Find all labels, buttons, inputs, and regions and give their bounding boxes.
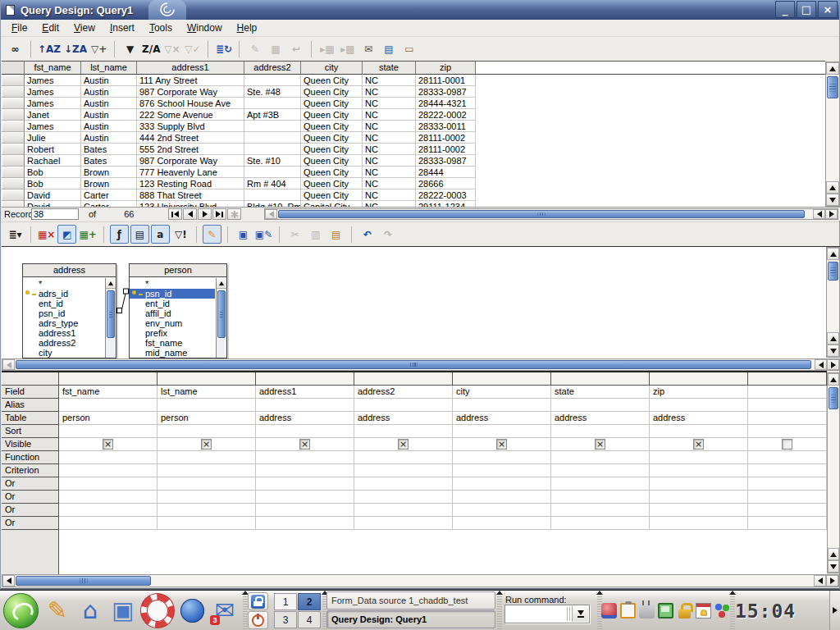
table-cell[interactable]: NC [363, 75, 416, 86]
column-header-zip[interactable]: zip [416, 62, 476, 75]
scroll-right-button[interactable] [827, 359, 839, 370]
table-cell[interactable]: Austin [81, 109, 137, 121]
table-cell[interactable]: 28333-0987 [416, 155, 476, 167]
design-cell[interactable]: lst_name [158, 386, 256, 399]
design-cell[interactable] [59, 451, 158, 464]
row-header[interactable] [2, 98, 25, 109]
scrollbar-thumb[interactable] [829, 387, 838, 409]
design-cell[interactable] [354, 517, 453, 530]
design-cell-visible[interactable]: × [453, 438, 551, 451]
design-cell[interactable]: zip [650, 386, 748, 399]
field-item[interactable]: ent_id [130, 299, 215, 308]
save-icon[interactable]: ▣ [234, 225, 253, 244]
terminal-launcher[interactable]: ▣ [107, 594, 139, 627]
add-table-icon[interactable]: ▦+ [78, 225, 97, 244]
data-to-text-icon[interactable]: ✉ [358, 39, 377, 58]
table-cell[interactable]: 876 School House Ave [137, 98, 244, 109]
scrollbar-thumb[interactable] [217, 290, 226, 338]
design-cell[interactable] [59, 399, 158, 412]
scrollbar-thumb[interactable] [827, 76, 838, 98]
table-name-icon[interactable]: ▤ [130, 225, 149, 244]
table-cell[interactable]: 28333-0011 [416, 121, 476, 132]
help-launcher[interactable] [141, 594, 174, 627]
design-column-header[interactable] [158, 372, 256, 386]
table-cell[interactable]: 28222-0003 [416, 189, 476, 201]
table-cell[interactable]: 28222-0002 [416, 109, 476, 121]
design-cell[interactable] [354, 399, 453, 412]
design-cell[interactable] [59, 477, 158, 491]
scroll-right-button[interactable] [826, 575, 838, 587]
table-cell[interactable]: 111 Any Street [137, 75, 244, 86]
data-sources-icon[interactable]: ▤ [379, 39, 398, 58]
design-cell[interactable] [650, 399, 748, 412]
color-balls-tray-icon[interactable] [714, 603, 730, 619]
field-item[interactable]: city [23, 348, 104, 358]
last-record-button[interactable] [212, 208, 226, 220]
design-cell[interactable] [453, 399, 551, 412]
field-item[interactable]: env_num [130, 318, 215, 328]
visible-checkbox[interactable]: × [299, 439, 310, 450]
design-cell[interactable] [748, 504, 827, 517]
design-cell[interactable] [256, 491, 354, 504]
design-cell[interactable] [354, 504, 453, 517]
field-item[interactable]: mid_name [130, 348, 215, 358]
design-cell[interactable] [650, 464, 748, 477]
design-column-header[interactable] [59, 372, 158, 386]
table-cell[interactable]: 444 2nd Street [137, 132, 244, 144]
design-cell[interactable] [158, 504, 256, 517]
table-cell[interactable]: Austin [81, 86, 137, 98]
table-cell[interactable] [244, 144, 301, 155]
design-cell[interactable] [551, 517, 650, 530]
table-cell[interactable]: Austin [81, 121, 137, 132]
table-cell[interactable]: 333 Supply Blvd [137, 121, 244, 132]
table-cell[interactable]: NC [363, 109, 416, 121]
design-cell[interactable]: address2 [354, 386, 453, 399]
scroll-right-button[interactable] [825, 209, 838, 219]
notes-launcher[interactable]: ✎ [41, 594, 74, 627]
design-cell[interactable] [59, 491, 158, 504]
clock[interactable]: 15:04 [736, 591, 795, 630]
table-cell[interactable]: 987 Corporate Way [137, 86, 244, 98]
table-cell[interactable]: Queen City [301, 109, 363, 121]
table-window-person[interactable]: person*psn_ident_idaffil_idenv_numprefix… [129, 263, 227, 358]
table-cell[interactable]: 28333-0987 [416, 86, 476, 98]
design-cell[interactable] [158, 464, 256, 477]
design-cell[interactable] [453, 491, 551, 504]
menu-file[interactable]: File [4, 21, 34, 35]
design-cell[interactable]: address [256, 412, 354, 425]
table-cell[interactable]: Queen City [301, 167, 363, 178]
functions-icon[interactable]: ƒ [110, 225, 129, 244]
table-cell[interactable]: NC [363, 121, 416, 132]
design-cell[interactable] [158, 425, 256, 438]
table-cell[interactable]: Queen City [301, 155, 363, 167]
column-header-address1[interactable]: address1 [137, 62, 244, 75]
design-cell[interactable] [551, 477, 650, 491]
design-cell[interactable] [748, 491, 827, 504]
design-cell-visible[interactable]: × [551, 438, 650, 451]
design-cell[interactable]: address [354, 412, 453, 425]
table-cell[interactable] [244, 121, 301, 132]
field-item[interactable]: psn_id [23, 308, 104, 318]
table-cell[interactable]: Julie [25, 132, 81, 144]
table-cell[interactable]: NC [363, 201, 416, 207]
organizer-tray-icon[interactable] [696, 603, 711, 619]
design-cell[interactable]: address [650, 412, 748, 425]
design-cell-visible[interactable] [748, 438, 827, 451]
design-cell[interactable] [748, 477, 827, 491]
table-cell[interactable]: 888 That Street [137, 189, 244, 201]
design-cell[interactable] [551, 451, 650, 464]
scroll-left-button[interactable] [814, 575, 826, 587]
row-header[interactable] [2, 75, 25, 86]
field-item[interactable]: address2 [23, 338, 104, 348]
design-cell[interactable] [453, 464, 551, 477]
menu-help[interactable]: Help [230, 21, 265, 35]
field-item[interactable]: address1 [23, 328, 104, 338]
design-view-icon[interactable]: ◩ [57, 225, 76, 244]
design-cell[interactable] [158, 451, 256, 464]
task-button[interactable]: Form_Data source 1_chaddb_test [326, 591, 495, 609]
table-cell[interactable]: Queen City [301, 144, 363, 155]
visible-checkbox[interactable]: × [595, 439, 605, 450]
table-cell[interactable]: Carter [81, 201, 137, 207]
visible-checkbox[interactable] [782, 439, 792, 450]
pager-desktop-2[interactable]: 2 [298, 593, 321, 610]
